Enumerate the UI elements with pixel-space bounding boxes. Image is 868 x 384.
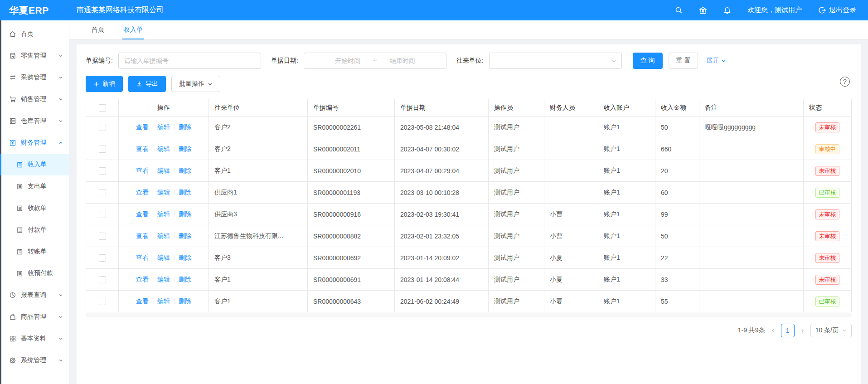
edit-link[interactable]: 编辑 bbox=[157, 145, 170, 152]
view-link[interactable]: 查看 bbox=[136, 276, 149, 283]
export-button[interactable]: 导出 bbox=[128, 76, 166, 92]
horizontal-scrollbar[interactable] bbox=[86, 313, 852, 317]
row-checkbox[interactable] bbox=[99, 189, 106, 196]
cell-partner: 客户2 bbox=[209, 138, 308, 160]
view-link[interactable]: 查看 bbox=[136, 297, 149, 305]
shop-icon bbox=[9, 52, 16, 59]
sidebar-item-system[interactable]: 系统管理 bbox=[0, 350, 69, 371]
col-remark: 备注 bbox=[699, 99, 804, 117]
edit-link[interactable]: 编辑 bbox=[157, 276, 170, 283]
help-icon[interactable]: ? bbox=[840, 77, 850, 87]
delete-link[interactable]: 删除 bbox=[179, 254, 191, 261]
sidebar-item-label: 首页 bbox=[21, 30, 34, 38]
date-start-input[interactable] bbox=[324, 57, 371, 64]
page-number-1[interactable]: 1 bbox=[781, 324, 795, 337]
col-finance: 财务人员 bbox=[544, 99, 598, 117]
select-all-checkbox[interactable] bbox=[99, 104, 106, 112]
sidebar-item-sales[interactable]: 销售管理 bbox=[0, 88, 69, 110]
sidebar-item-retail[interactable]: 零售管理 bbox=[0, 45, 69, 67]
col-partner: 往来单位 bbox=[209, 99, 308, 117]
sidebar-item-label: 财务管理 bbox=[21, 139, 46, 147]
delete-link[interactable]: 删除 bbox=[179, 167, 191, 174]
delete-link[interactable]: 删除 bbox=[179, 297, 191, 305]
row-checkbox[interactable] bbox=[99, 124, 106, 131]
row-checkbox[interactable] bbox=[99, 146, 106, 153]
tab-income-bill[interactable]: 收入单 bbox=[122, 20, 144, 39]
prev-page-icon[interactable] bbox=[770, 328, 776, 333]
next-page-icon[interactable] bbox=[799, 328, 806, 333]
add-button[interactable]: 新增 bbox=[86, 76, 123, 92]
cell-partner: 供应商3 bbox=[209, 204, 308, 225]
chevron-down-icon bbox=[721, 58, 726, 63]
edit-link[interactable]: 编辑 bbox=[157, 210, 170, 218]
cell-operator: 测试用户 bbox=[489, 269, 544, 291]
search-icon[interactable] bbox=[675, 6, 683, 14]
bill-no-input[interactable] bbox=[118, 53, 261, 69]
edit-link[interactable]: 编辑 bbox=[157, 167, 170, 174]
sidebar-item-reports[interactable]: 报表查询 bbox=[0, 284, 69, 306]
row-checkbox[interactable] bbox=[99, 211, 106, 218]
divider bbox=[174, 233, 175, 238]
edit-link[interactable]: 编辑 bbox=[157, 297, 170, 305]
sidebar-subitem-advance-payment[interactable]: 收预付款 bbox=[0, 262, 69, 284]
row-checkbox[interactable] bbox=[99, 298, 106, 305]
sidebar-subitem-expense-bill[interactable]: 支出单 bbox=[0, 175, 69, 197]
delete-link[interactable]: 删除 bbox=[179, 123, 191, 131]
view-link[interactable]: 查看 bbox=[136, 167, 149, 174]
cell-amount: 60 bbox=[655, 182, 699, 204]
delete-link[interactable]: 删除 bbox=[179, 276, 191, 283]
sidebar-item-label: 商品管理 bbox=[21, 313, 46, 321]
divider bbox=[153, 124, 153, 130]
sidebar-subitem-transfer-bill[interactable]: 转账单 bbox=[0, 241, 69, 262]
cell-remark bbox=[699, 182, 804, 204]
expand-link[interactable]: 展开 bbox=[706, 57, 726, 65]
row-checkbox[interactable] bbox=[99, 254, 106, 262]
divider bbox=[153, 146, 153, 151]
reset-button[interactable]: 重 置 bbox=[669, 53, 698, 69]
delete-link[interactable]: 删除 bbox=[179, 145, 191, 152]
status-badge: 未审核 bbox=[815, 275, 840, 285]
bell-icon[interactable] bbox=[723, 6, 731, 15]
sidebar-item-basic-data[interactable]: 基本资料 bbox=[0, 328, 69, 350]
sidebar-subitem-receipt-bill[interactable]: 收款单 bbox=[0, 197, 69, 219]
view-link[interactable]: 查看 bbox=[136, 254, 149, 261]
tab-home[interactable]: 首页 bbox=[90, 20, 105, 39]
edit-link[interactable]: 编辑 bbox=[157, 254, 170, 261]
sidebar-subitem-payment-bill[interactable]: 付款单 bbox=[0, 219, 69, 241]
delete-link[interactable]: 删除 bbox=[179, 189, 191, 196]
view-link[interactable]: 查看 bbox=[136, 145, 149, 152]
date-range-picker[interactable]: ~ bbox=[304, 53, 446, 69]
sidebar-item-purchase[interactable]: 采购管理 bbox=[0, 67, 69, 88]
table-row: 查看编辑删除江苏德鲁生物科技有限...SR000000008822023-02-… bbox=[86, 225, 852, 247]
row-checkbox[interactable] bbox=[99, 167, 106, 175]
delete-link[interactable]: 删除 bbox=[179, 210, 191, 218]
cell-operator: 测试用户 bbox=[489, 160, 544, 182]
row-checkbox[interactable] bbox=[99, 276, 106, 283]
edit-link[interactable]: 编辑 bbox=[157, 189, 170, 196]
page-size-select[interactable]: 10 条/页 bbox=[810, 324, 852, 337]
platform-icon[interactable] bbox=[699, 6, 707, 15]
sidebar-item-warehouse[interactable]: 仓库管理 bbox=[0, 110, 69, 132]
divider bbox=[174, 124, 175, 130]
delete-link[interactable]: 删除 bbox=[179, 232, 191, 239]
edit-link[interactable]: 编辑 bbox=[157, 123, 170, 131]
sidebar-subitem-income-bill[interactable]: 收入单 bbox=[0, 154, 69, 175]
view-link[interactable]: 查看 bbox=[136, 189, 149, 196]
row-checkbox[interactable] bbox=[99, 233, 106, 240]
cell-partner: 供应商1 bbox=[209, 182, 308, 204]
sidebar-item-goods[interactable]: 商品管理 bbox=[0, 306, 69, 328]
edit-link[interactable]: 编辑 bbox=[157, 232, 170, 239]
partner-select[interactable] bbox=[489, 53, 622, 69]
partner-label: 往来单位: bbox=[456, 57, 484, 65]
logout-button[interactable]: 退出登录 bbox=[818, 6, 856, 15]
sidebar-item-finance[interactable]: 财务管理 bbox=[0, 132, 69, 154]
batch-actions-button[interactable]: 批量操作 bbox=[171, 76, 220, 92]
col-date: 单据日期 bbox=[395, 99, 489, 117]
view-link[interactable]: 查看 bbox=[136, 232, 149, 239]
sidebar-item-home[interactable]: 首页 bbox=[0, 23, 69, 45]
view-link[interactable]: 查看 bbox=[136, 210, 149, 218]
view-link[interactable]: 查看 bbox=[136, 123, 149, 131]
search-button[interactable]: 查 询 bbox=[633, 53, 663, 69]
date-end-input[interactable] bbox=[378, 57, 426, 64]
cell-partner: 客户1 bbox=[209, 269, 308, 291]
